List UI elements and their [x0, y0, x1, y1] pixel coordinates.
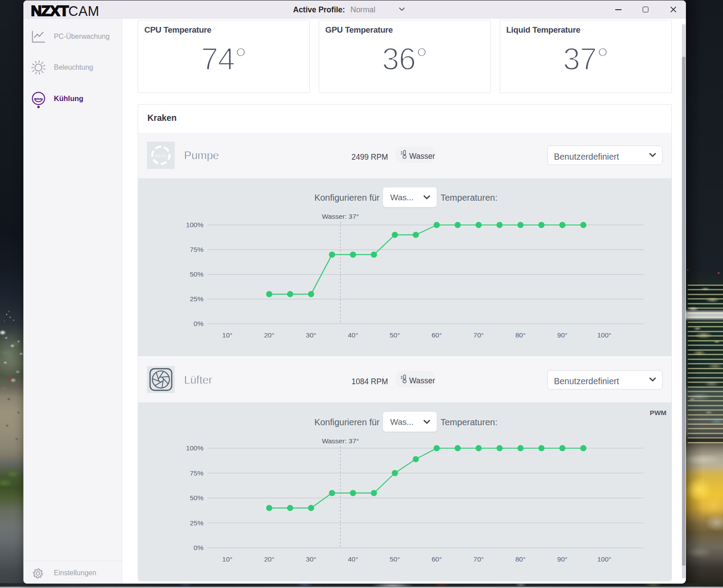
svg-text:100°: 100° [597, 555, 611, 563]
svg-text:25%: 25% [190, 295, 203, 303]
svg-text:20°: 20° [264, 331, 274, 339]
svg-text:50%: 50% [190, 494, 203, 502]
svg-text:20°: 20° [264, 555, 274, 563]
svg-text:60°: 60° [432, 555, 442, 563]
svg-text:0%: 0% [194, 320, 204, 327]
svg-text:80°: 80° [515, 331, 525, 339]
svg-text:90°: 90° [557, 555, 567, 563]
svg-text:40°: 40° [348, 555, 358, 563]
svg-text:10°: 10° [222, 331, 232, 339]
svg-text:80°: 80° [515, 555, 525, 563]
svg-text:100°: 100° [597, 331, 611, 339]
svg-text:50%: 50% [190, 270, 203, 278]
svg-text:NZXT: NZXT [155, 154, 167, 158]
svg-text:70°: 70° [474, 555, 484, 563]
svg-text:60°: 60° [432, 331, 442, 339]
svg-text:Wasser: 37°: Wasser: 37° [322, 437, 359, 445]
svg-text:100%: 100% [186, 221, 203, 228]
svg-text:30°: 30° [306, 555, 316, 563]
svg-text:100%: 100% [186, 444, 203, 452]
svg-text:75%: 75% [190, 469, 203, 477]
svg-text:30°: 30° [306, 331, 316, 339]
svg-text:0%: 0% [194, 544, 204, 551]
svg-text:75%: 75% [190, 246, 203, 253]
svg-text:90°: 90° [557, 331, 567, 339]
svg-text:50°: 50° [390, 555, 400, 563]
svg-text:25%: 25% [190, 519, 203, 527]
svg-text:70°: 70° [474, 331, 484, 339]
svg-text:40°: 40° [348, 331, 358, 339]
svg-text:50°: 50° [390, 331, 400, 339]
svg-text:Wasser: 37°: Wasser: 37° [322, 213, 359, 220]
svg-text:10°: 10° [222, 555, 232, 563]
